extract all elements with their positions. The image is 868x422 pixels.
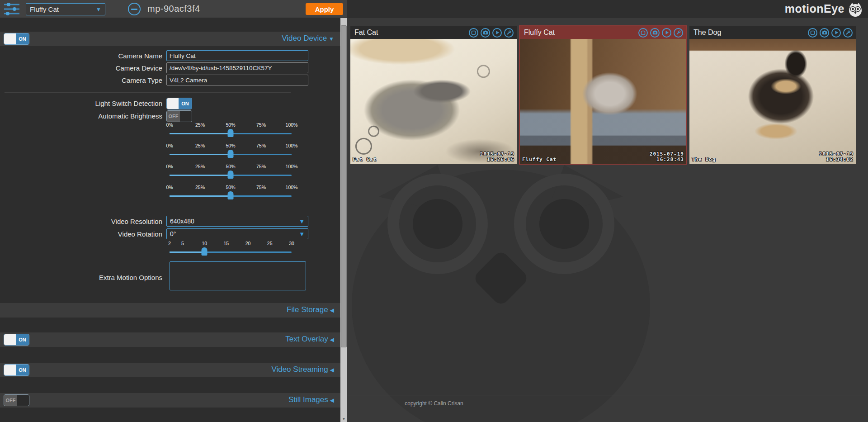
contrast-slider: 0%25% 50%75% 100% bbox=[170, 143, 292, 161]
apply-button[interactable]: Apply bbox=[306, 3, 343, 15]
video-resolution-label: Video Resolution bbox=[0, 218, 166, 225]
brightness-slider-handle[interactable] bbox=[228, 129, 234, 137]
toggle-state-label: ON bbox=[16, 365, 29, 375]
camera-type-input[interactable] bbox=[166, 75, 308, 85]
video-resolution-select[interactable]: 640x480 ▼ bbox=[166, 216, 308, 227]
video-rotation-label: Video Rotation bbox=[0, 230, 166, 238]
auto-brightness-toggle[interactable]: OFF bbox=[166, 110, 192, 122]
settings-wrench-icon[interactable] bbox=[674, 28, 683, 38]
camera-title: Fat Cat bbox=[350, 28, 469, 37]
camera-type-row: Camera Type bbox=[0, 75, 308, 85]
camera-frame-fat-cat[interactable]: Fat Cat 2015-07-1916:26:06 bbox=[350, 39, 517, 164]
light-switch-label: Light Switch Detection bbox=[0, 100, 166, 107]
snapshot-icon[interactable] bbox=[820, 28, 829, 38]
play-icon[interactable] bbox=[662, 28, 671, 38]
camera-name-input[interactable] bbox=[166, 50, 308, 61]
slider-track[interactable] bbox=[170, 251, 292, 253]
video-resolution-row: Video Resolution 640x480 ▼ bbox=[0, 216, 308, 227]
scroll-down-icon[interactable]: ▼ bbox=[340, 417, 347, 421]
camera-grid-area: Fat Cat Fat Cat 2015-07-1916:26:06 bbox=[347, 18, 868, 422]
section-title-still-images[interactable]: Still Images◀ bbox=[288, 395, 334, 404]
motioneye-app: Fat Cat Fat Cat 2015-07-1916:26:06 bbox=[0, 0, 868, 422]
video-streaming-toggle[interactable]: ON bbox=[4, 364, 29, 376]
chevron-down-icon: ▼ bbox=[299, 231, 305, 237]
camera-tile-fat-cat[interactable]: Fat Cat Fat Cat 2015-07-1916:26:06 bbox=[350, 26, 517, 164]
panel-scrollbar[interactable]: ▼ bbox=[340, 18, 347, 422]
toggle-state-label: ON bbox=[16, 33, 29, 44]
toggle-knob bbox=[167, 98, 179, 109]
play-icon[interactable] bbox=[492, 28, 502, 38]
video-rotation-row: Video Rotation 0° ▼ bbox=[0, 228, 308, 239]
overlay-camera-name: Fat Cat bbox=[353, 156, 377, 162]
overlay-timestamp: 2015-07-1916:26:06 bbox=[480, 152, 514, 162]
camera-select-dropdown[interactable]: Fluffy Cat ▼ bbox=[26, 3, 105, 15]
camera-title: The Dog bbox=[689, 28, 808, 37]
camera-tiles-row: Fat Cat Fat Cat 2015-07-1916:26:06 bbox=[350, 26, 856, 164]
settings-sliders-icon[interactable] bbox=[4, 2, 20, 16]
camera-device-input[interactable] bbox=[166, 62, 308, 73]
frame-rate-slider-handle[interactable] bbox=[202, 247, 208, 256]
hue-slider-handle[interactable] bbox=[228, 191, 234, 199]
collapse-arrow-icon: ◀ bbox=[330, 307, 334, 313]
extra-motion-options-textarea[interactable] bbox=[170, 261, 306, 290]
toggle-knob bbox=[4, 365, 16, 375]
overlay-camera-name: Fluffy Cat bbox=[522, 156, 557, 162]
fullscreen-icon[interactable] bbox=[638, 28, 648, 38]
overlay-camera-name: The Dog bbox=[692, 156, 716, 162]
toggle-knob bbox=[4, 33, 16, 44]
video-device-toggle[interactable]: ON bbox=[4, 33, 29, 45]
collapse-arrow-icon: ◀ bbox=[330, 397, 334, 403]
top-bar-left: Fluffy Cat ▼ mp-90acf3f4 Apply bbox=[0, 0, 347, 18]
light-switch-toggle[interactable]: ON bbox=[166, 98, 192, 109]
saturation-slider: 0%25% 50%75% 100% bbox=[170, 164, 292, 182]
slider-ticks: 0%25% 50%75% 100% bbox=[170, 185, 292, 190]
settings-wrench-icon[interactable] bbox=[504, 28, 514, 38]
slider-ticks: 0%25% 50%75% 100% bbox=[170, 143, 292, 149]
auto-brightness-label: Automatic Brightness bbox=[0, 112, 166, 120]
section-title-video-streaming[interactable]: Video Streaming◀ bbox=[271, 365, 334, 374]
still-images-toggle[interactable]: OFF bbox=[4, 394, 29, 406]
device-title: mp-90acf3f4 bbox=[147, 4, 200, 14]
camera-tile-header: Fluffy Cat bbox=[520, 26, 686, 39]
video-rotation-select[interactable]: 0° ▼ bbox=[166, 228, 308, 239]
settings-panel: ON Video Device▼ Camera Name Camera Devi… bbox=[0, 18, 340, 422]
play-icon[interactable] bbox=[831, 28, 841, 38]
minus-icon bbox=[131, 9, 137, 10]
saturation-slider-handle[interactable] bbox=[228, 171, 234, 179]
camera-frame-the-dog[interactable]: The Dog 2015-07-1916:34:02 bbox=[689, 39, 856, 164]
section-file-storage: File Storage◀ bbox=[0, 303, 340, 318]
scrollbar-thumb[interactable] bbox=[341, 25, 347, 347]
chevron-down-icon: ▼ bbox=[299, 218, 305, 225]
divider bbox=[5, 211, 291, 211]
text-overlay-toggle[interactable]: ON bbox=[4, 334, 29, 346]
section-title-file-storage[interactable]: File Storage◀ bbox=[287, 305, 334, 314]
footer-divider bbox=[347, 395, 868, 395]
contrast-slider-handle[interactable] bbox=[228, 150, 234, 158]
divider bbox=[5, 92, 291, 93]
toggle-knob bbox=[180, 111, 192, 122]
slider-ticks: 0%25% 50%75% 100% bbox=[170, 122, 292, 128]
fullscreen-icon[interactable] bbox=[469, 28, 478, 38]
section-title-video-device[interactable]: Video Device▼ bbox=[282, 34, 334, 43]
hue-slider: 0%25% 50%75% 100% bbox=[170, 185, 292, 203]
camera-tile-the-dog[interactable]: The Dog The Dog 2015-07-1916:34:02 bbox=[689, 26, 856, 164]
camera-tile-fluffy-cat[interactable]: Fluffy Cat Fluffy Cat 2015-07-1916:28:43 bbox=[520, 26, 686, 164]
snapshot-icon[interactable] bbox=[481, 28, 490, 38]
camera-device-label: Camera Device bbox=[0, 64, 166, 72]
camera-action-icons bbox=[638, 28, 683, 38]
camera-frame-fluffy-cat[interactable]: Fluffy Cat 2015-07-1916:28:43 bbox=[520, 39, 686, 164]
snapshot-icon[interactable] bbox=[650, 28, 660, 38]
toggle-knob bbox=[17, 395, 29, 406]
copyright-text: copyright © Calin Crisan bbox=[405, 400, 463, 407]
frame-rate-slider: 2 5 10 15 20 25 30 bbox=[170, 241, 292, 259]
settings-wrench-icon[interactable] bbox=[843, 28, 853, 38]
light-switch-row: Light Switch Detection ON bbox=[0, 97, 192, 109]
collapse-arrow-icon: ◀ bbox=[330, 337, 334, 343]
brand-title: motionEye bbox=[785, 2, 844, 15]
extra-motion-options-label: Extra Motion Options bbox=[0, 274, 166, 281]
section-title-text-overlay[interactable]: Text Overlay◀ bbox=[285, 335, 334, 344]
remove-camera-button[interactable] bbox=[128, 3, 141, 15]
camera-name-label: Camera Name bbox=[0, 52, 166, 60]
fullscreen-icon[interactable] bbox=[808, 28, 817, 38]
chevron-down-icon: ▼ bbox=[96, 6, 101, 13]
